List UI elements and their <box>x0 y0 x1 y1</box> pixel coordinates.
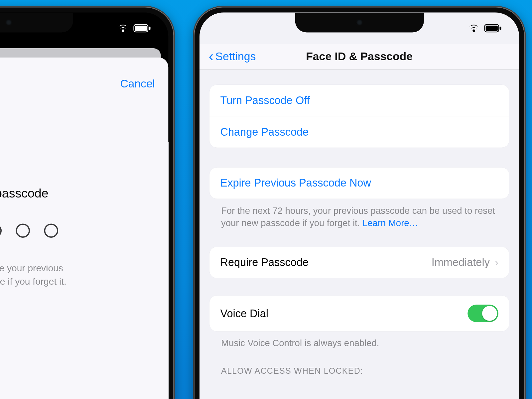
passcode-dot <box>44 224 58 238</box>
svg-rect-4 <box>486 26 498 31</box>
back-label: Settings <box>215 50 256 63</box>
change-passcode-sheet: e Passcode Cancel new passcode you can u… <box>0 58 168 399</box>
expire-group: Expire Previous Passcode Now <box>209 168 509 199</box>
passcode-dot <box>0 224 1 238</box>
nav-bar: ‹ Settings Face ID & Passcode <box>200 44 519 70</box>
subtitle-line: ew passcode if you forget it. <box>0 275 168 289</box>
voice-dial-group: Voice Dial <box>209 296 509 332</box>
page-title: Face ID & Passcode <box>306 50 413 63</box>
svg-rect-1 <box>135 26 147 31</box>
expire-footer: For the next 72 hours, your previous pas… <box>209 199 509 230</box>
passcode-group: Turn Passcode Off Change Passcode <box>209 85 509 148</box>
passcode-dot <box>16 224 30 238</box>
notch <box>295 13 424 33</box>
svg-rect-2 <box>149 27 151 30</box>
phone-right: ‹ Settings Face ID & Passcode Turn Passc… <box>193 6 526 399</box>
screen-right: ‹ Settings Face ID & Passcode Turn Passc… <box>200 13 519 399</box>
voice-dial-label: Voice Dial <box>220 307 269 320</box>
allow-access-header: ALLOW ACCESS WHEN LOCKED: <box>209 366 509 376</box>
expire-passcode-row[interactable]: Expire Previous Passcode Now <box>209 168 509 199</box>
battery-icon <box>484 24 502 33</box>
passcode-dots[interactable] <box>0 224 168 238</box>
svg-rect-5 <box>500 27 501 30</box>
expire-footer-text: For the next 72 hours, your previous pas… <box>221 205 495 228</box>
require-passcode-label: Require Passcode <box>220 256 309 269</box>
wifi-icon <box>117 24 129 33</box>
wifi-icon <box>467 24 480 33</box>
battery-icon <box>133 24 151 33</box>
cancel-button[interactable]: Cancel <box>120 77 155 90</box>
require-passcode-row[interactable]: Require Passcode Immediately › <box>209 247 509 278</box>
notch <box>0 13 73 33</box>
voice-dial-toggle[interactable] <box>467 305 498 322</box>
chevron-right-icon: › <box>495 256 498 269</box>
voice-dial-row: Voice Dial <box>209 296 509 332</box>
require-passcode-value: Immediately <box>432 256 490 269</box>
turn-passcode-off-row[interactable]: Turn Passcode Off <box>209 85 509 116</box>
passcode-prompt-subtitle: you can use your previous ew passcode if… <box>0 262 168 289</box>
settings-content[interactable]: Turn Passcode Off Change Passcode Expire… <box>200 70 519 399</box>
passcode-prompt-title: new passcode <box>0 186 168 200</box>
screen-left: e Passcode Cancel new passcode you can u… <box>0 13 168 399</box>
learn-more-link[interactable]: Learn More… <box>362 218 418 228</box>
subtitle-line: you can use your previous <box>0 262 168 275</box>
change-passcode-row[interactable]: Change Passcode <box>209 116 509 148</box>
back-button[interactable]: ‹ Settings <box>209 44 256 69</box>
voice-dial-footer: Music Voice Control is always enabled. <box>209 331 509 349</box>
phone-left: e Passcode Cancel new passcode you can u… <box>0 6 175 399</box>
require-passcode-group: Require Passcode Immediately › <box>209 247 509 278</box>
